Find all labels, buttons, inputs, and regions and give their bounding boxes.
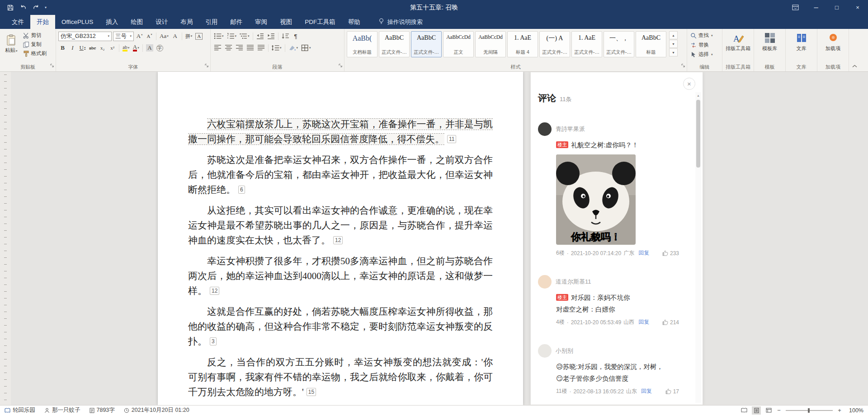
comment-meme-image[interactable]: 你礼貌吗！ (556, 154, 636, 245)
web-layout-button[interactable] (764, 406, 773, 415)
font-name-select[interactable]: 仿宋_GB2312▾ (58, 32, 112, 41)
character-shading-button[interactable]: A (145, 43, 154, 53)
avatar[interactable] (538, 275, 552, 289)
commenter-name[interactable]: 小别别 (556, 347, 573, 355)
cut-button[interactable]: 剪切 (22, 31, 48, 40)
paragraph[interactable]: 从这拒绝，其实可以看出幸运女神的合作诚意，更准确的说，现在幸运女神是最不希望苏晓… (188, 203, 493, 248)
enclose-characters-button[interactable]: 字 (156, 43, 164, 53)
align-right-button[interactable] (235, 43, 244, 53)
style-item[interactable]: AaBbCcDd正文 (443, 31, 474, 57)
paragraph-dialog-launcher-icon[interactable] (339, 61, 343, 70)
superscript-button[interactable]: x² (108, 43, 117, 53)
highlight-color-button[interactable]: ab▾ (122, 43, 130, 53)
reply-link[interactable]: 回复 (638, 318, 649, 326)
tab-insert[interactable]: 插入 (99, 15, 124, 29)
template-library-button[interactable]: 模板库 (756, 30, 783, 52)
zoom-slider-thumb[interactable] (808, 408, 810, 413)
replace-button[interactable]: 替换 (689, 41, 720, 49)
styles-scroll-down-icon[interactable]: ▼ (669, 40, 678, 48)
align-center-button[interactable] (224, 43, 233, 53)
bullets-button[interactable]: ▾ (213, 32, 225, 41)
zoom-slider[interactable] (786, 410, 833, 411)
ribbon-display-options-icon[interactable] (785, 0, 806, 15)
comment-ref-badge[interactable]: 3 (210, 337, 217, 345)
print-layout-button[interactable] (752, 406, 761, 415)
tab-home[interactable]: 开始 (30, 15, 55, 29)
qat-customize-icon[interactable]: ▾ (42, 2, 49, 14)
format-painter-button[interactable]: 格式刷 (22, 49, 48, 58)
like-button[interactable]: 17 (665, 388, 679, 395)
show-paragraph-marks-button[interactable]: ¶ (292, 32, 300, 41)
align-left-button[interactable] (213, 43, 222, 53)
paragraph[interactable]: 苏晓这次是准备把幸运女神召来，双方合作操作一番，之前双方合作后，他就准备今后的宝… (188, 153, 493, 197)
paragraph[interactable]: 幸运女神积攒了很多年，才积攒50多滴幸运神血，但之前与苏晓合作两次后，她的幸运神… (188, 254, 493, 298)
maximize-button[interactable]: □ (826, 0, 847, 15)
tab-design[interactable]: 设计 (149, 15, 174, 29)
status-word-count[interactable]: 7893字 (90, 406, 115, 414)
like-button[interactable]: 214 (662, 319, 679, 326)
clear-formatting-button[interactable]: A (171, 32, 179, 41)
read-mode-button[interactable] (740, 406, 749, 415)
font-dialog-launcher-icon[interactable] (205, 61, 209, 70)
shading-button[interactable]: ▾ (288, 43, 299, 53)
numbering-button[interactable]: ▾ (226, 32, 238, 41)
comments-close-button[interactable]: × (683, 78, 695, 90)
borders-button[interactable]: ▾ (300, 43, 312, 53)
tell-me-search[interactable]: 操作说明搜索 (378, 15, 423, 29)
style-item[interactable]: AaBbC标题 (636, 31, 666, 57)
comment-ref-badge[interactable]: 11 (447, 135, 456, 143)
like-button[interactable]: 233 (662, 250, 679, 256)
tab-officeplus[interactable]: OfficePLUS (55, 15, 99, 29)
phonetic-guide-button[interactable]: 拼▾ (184, 32, 193, 41)
font-size-select[interactable]: 三号▾ (113, 32, 134, 41)
add-ins-button[interactable]: 加载项 (820, 30, 846, 52)
save-icon[interactable] (5, 2, 16, 14)
minimize-button[interactable]: ─ (806, 0, 826, 15)
style-item[interactable]: 一、，正式文件-… (604, 31, 634, 57)
zoom-in-button[interactable]: + (837, 407, 842, 414)
tab-view[interactable]: 视图 (274, 15, 298, 29)
change-case-button[interactable]: Aa▾ (159, 32, 170, 41)
library-button[interactable]: 文库 (788, 30, 815, 52)
commenter-name[interactable]: 青詩苹果派 (556, 125, 585, 133)
avatar[interactable] (538, 344, 552, 358)
collapse-ribbon-icon[interactable] (852, 61, 857, 70)
comments-scrollbar[interactable]: ▲ (695, 92, 701, 403)
tab-file[interactable]: 文件 (5, 15, 30, 29)
comment-ref-badge[interactable]: 12 (333, 236, 343, 244)
comment-ref-badge[interactable]: 15 (307, 388, 316, 396)
tab-mailings[interactable]: 邮件 (224, 15, 249, 29)
document-page[interactable]: 六枚宝箱摆放茶几上，苏晓这次开宝箱，准备操作一番，并非是与凯撒一同操作，那可能会… (158, 72, 523, 405)
line-spacing-button[interactable]: ▾ (271, 43, 283, 53)
comment-ref-badge[interactable]: 6 (238, 186, 245, 194)
strikethrough-button[interactable]: abc (88, 43, 97, 53)
close-button[interactable]: × (847, 0, 868, 15)
styles-scroll-up-icon[interactable]: ▲ (669, 31, 678, 39)
scrollbar-thumb[interactable] (696, 100, 700, 168)
tab-help[interactable]: 帮助 (342, 15, 367, 29)
shrink-font-button[interactable]: A▾ (145, 32, 154, 41)
paragraph[interactable]: 反之，当合作的双方五五分账时，幸运女神叛变的想法就变成：'你可别有事啊，我家有件… (188, 355, 493, 400)
justify-button[interactable] (245, 43, 255, 53)
find-button[interactable]: 查找▾ (689, 31, 720, 40)
font-color-button[interactable]: A▾ (132, 43, 140, 53)
zoom-out-button[interactable]: − (776, 407, 782, 414)
comment-ref-badge[interactable]: 12 (210, 287, 219, 295)
undo-icon[interactable] (17, 2, 29, 14)
copy-button[interactable]: 复制 (22, 40, 48, 49)
paragraph[interactable]: 六枚宝箱摆放茶几上，苏晓这次开宝箱，准备操作一番，并非是与凯撒一同操作，那可能会… (188, 117, 493, 147)
tab-layout[interactable]: 布局 (174, 15, 199, 29)
paragraph[interactable]: 这就是合作互赢的好处，倘若苏晓大幅度压榨幸运女神所得收益，那他的收益的确高，但这… (188, 304, 493, 349)
increase-indent-button[interactable] (266, 32, 276, 41)
layout-toolbox-button[interactable]: A 排版工具箱 (725, 30, 751, 52)
styles-more-icon[interactable]: ▼ (669, 48, 678, 56)
reply-link[interactable]: 回复 (641, 387, 652, 395)
style-item[interactable]: AaBbC正式文件-… (379, 31, 410, 57)
select-button[interactable]: 选择▾ (689, 50, 720, 59)
tab-draw[interactable]: 绘图 (124, 15, 149, 29)
styles-dialog-launcher-icon[interactable] (681, 61, 685, 70)
subscript-button[interactable]: x₂ (98, 43, 107, 53)
multilevel-list-button[interactable]: ▾ (239, 32, 250, 41)
style-item[interactable]: 1. AaE正式文件-… (571, 31, 602, 57)
reply-link[interactable]: 回复 (638, 249, 649, 257)
